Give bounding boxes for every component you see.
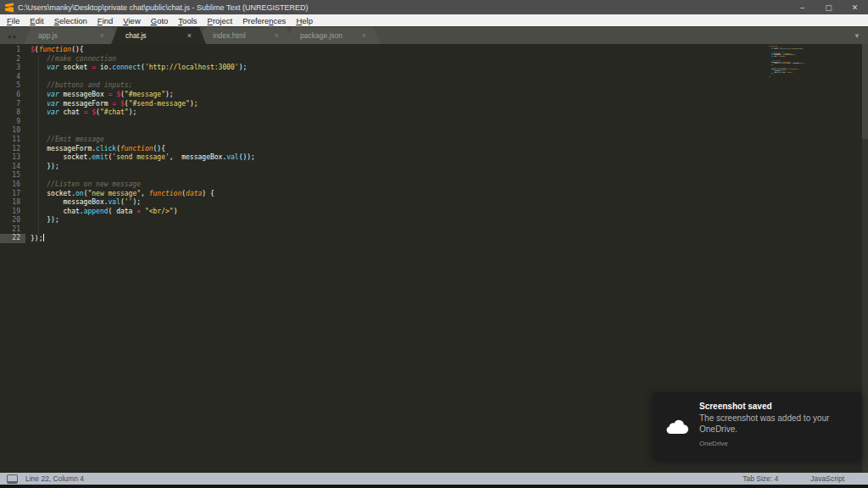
- minimap-line: });: [768, 76, 858, 78]
- code-text: });: [31, 216, 59, 225]
- menu-item-preferences[interactable]: Preferences: [237, 16, 291, 25]
- code-line[interactable]: 10: [0, 126, 862, 136]
- code-text: });: [31, 234, 44, 243]
- code-line[interactable]: 14 });: [0, 163, 862, 172]
- tab-chatjs[interactable]: chat.js×: [111, 27, 206, 44]
- line-number[interactable]: 15: [0, 171, 25, 180]
- code-text: });: [769, 64, 773, 66]
- menu-item-view[interactable]: View: [118, 16, 145, 25]
- code-line[interactable]: 17 socket.on("new message", function(dat…: [0, 190, 862, 199]
- menu-item-selection[interactable]: Selection: [49, 16, 92, 25]
- language-selector[interactable]: JavaScript: [810, 474, 844, 483]
- scrollbar-thumb[interactable]: [862, 44, 868, 139]
- notification-content: Screenshot saved The screenshot was adde…: [699, 392, 850, 459]
- code-line[interactable]: 21: [0, 225, 862, 235]
- code-line[interactable]: 1$(function(){: [0, 46, 862, 55]
- line-number[interactable]: 14: [0, 163, 25, 172]
- menu-item-find[interactable]: Find: [92, 16, 119, 25]
- code-line[interactable]: 7 var messageForm = $("#send-message");: [0, 100, 862, 109]
- code-line[interactable]: 19 chat.append( data + "<br/>"): [0, 208, 862, 217]
- code-text: chat.append( data + "<br/>"): [31, 208, 177, 217]
- tab-close-icon[interactable]: ×: [100, 31, 104, 40]
- code-text: $(function(){: [31, 46, 84, 55]
- tab-close-icon[interactable]: ×: [362, 31, 366, 40]
- code-line[interactable]: 15: [0, 171, 862, 180]
- code-line[interactable]: 20 });: [0, 216, 862, 225]
- menu-item-edit[interactable]: Edit: [25, 16, 48, 25]
- tab-close-icon[interactable]: ×: [275, 31, 279, 40]
- code-line[interactable]: 3 var socket = io.connect('http://localh…: [0, 64, 862, 73]
- notification-toast[interactable]: Screenshot saved The screenshot was adde…: [653, 392, 862, 459]
- code-line[interactable]: 2 //make connection: [0, 55, 862, 64]
- tab-label: chat.js: [125, 31, 147, 40]
- code-line[interactable]: 6 var messageBox = $("#message");: [0, 91, 862, 100]
- menu-item-help[interactable]: Help: [291, 16, 318, 25]
- close-button[interactable]: ✕: [842, 0, 868, 14]
- line-number[interactable]: 5: [0, 81, 25, 91]
- vertical-scrollbar[interactable]: [862, 44, 868, 473]
- line-number[interactable]: 17: [0, 190, 25, 199]
- code-text: messageForm.click(function(){: [31, 145, 165, 154]
- notification-body: The screenshot was added to your OneDriv…: [699, 413, 850, 435]
- line-number[interactable]: 4: [0, 73, 25, 82]
- code-line[interactable]: 8 var chat = $("#chat");: [0, 108, 862, 118]
- tab-scroll-right-icon[interactable]: ▶: [14, 33, 18, 39]
- code-line[interactable]: 11 //Emit message: [0, 136, 862, 145]
- tab-size-selector[interactable]: Tab Size: 4: [743, 474, 778, 483]
- status-bar: Line 22, Column 4 Tab Size: 4 JavaScript: [0, 473, 868, 485]
- maximize-button[interactable]: ▢: [815, 0, 842, 14]
- code-line[interactable]: 22});: [0, 234, 862, 243]
- code-area[interactable]: 1$(function(){2 //make connection3 var s…: [0, 46, 862, 243]
- code-text: socket.on("new message", function(data) …: [31, 190, 214, 199]
- tab-packagejson[interactable]: package.json×: [286, 27, 381, 44]
- tab-appjs[interactable]: app.js×: [24, 27, 119, 44]
- line-number[interactable]: 11: [0, 136, 25, 145]
- code-text: messageBox.val('');: [31, 198, 141, 208]
- tab-scroll-buttons: ◀ ▶: [0, 27, 24, 44]
- code-text: var chat = $("#chat");: [31, 108, 136, 118]
- minimap[interactable]: $(function(){ //make connection var sock…: [768, 46, 860, 122]
- line-number[interactable]: 13: [0, 153, 25, 163]
- tab-bar: ◀ ▶ app.js×chat.js×index.html×package.js…: [0, 26, 868, 44]
- line-number[interactable]: 2: [0, 55, 25, 64]
- minimap-content: $(function(){ //make connection var sock…: [768, 46, 858, 77]
- line-number[interactable]: 7: [0, 100, 25, 109]
- code-line[interactable]: 18 messageBox.val('');: [0, 198, 862, 208]
- onedrive-cloud-icon: [653, 392, 699, 459]
- line-number[interactable]: 8: [0, 108, 25, 118]
- line-number[interactable]: 20: [0, 216, 25, 225]
- code-line[interactable]: 12 messageForm.click(function(){: [0, 145, 862, 154]
- menu-item-project[interactable]: Project: [203, 16, 238, 25]
- tab-indexhtml[interactable]: index.html×: [198, 27, 293, 44]
- tab-overflow-icon[interactable]: ▼: [854, 33, 860, 40]
- line-number[interactable]: 10: [0, 126, 25, 136]
- line-number[interactable]: 21: [0, 225, 25, 235]
- tab-scroll-left-icon[interactable]: ◀: [7, 33, 11, 39]
- minimize-button[interactable]: –: [789, 0, 815, 14]
- line-number[interactable]: 22: [0, 234, 25, 243]
- notification-source: OneDrive: [699, 440, 850, 447]
- code-text: });: [769, 76, 771, 78]
- line-number[interactable]: 9: [0, 118, 25, 127]
- code-line[interactable]: 9: [0, 118, 862, 127]
- menu-item-tools[interactable]: Tools: [173, 16, 202, 25]
- code-line[interactable]: 13 socket.emit('send message', messageBo…: [0, 153, 862, 163]
- tab-label: app.js: [38, 31, 58, 40]
- code-line[interactable]: 16 //Listen on new message: [0, 180, 862, 190]
- line-number[interactable]: 3: [0, 64, 25, 73]
- menu-item-file[interactable]: File: [2, 16, 25, 25]
- line-number[interactable]: 19: [0, 208, 25, 217]
- code-line[interactable]: 4: [0, 73, 862, 82]
- menu-item-goto[interactable]: Goto: [146, 16, 174, 25]
- line-number[interactable]: 6: [0, 91, 25, 100]
- tab-close-icon[interactable]: ×: [187, 31, 192, 40]
- code-text: var socket = io.connect('http://localhos…: [769, 48, 804, 50]
- line-number[interactable]: 12: [0, 145, 25, 154]
- code-text: var messageForm = $("#send-message");: [31, 100, 198, 109]
- tab-label: index.html: [213, 31, 246, 40]
- code-line[interactable]: 5 //buttons and inputs;: [0, 81, 862, 91]
- line-number[interactable]: 1: [0, 46, 25, 55]
- line-number[interactable]: 18: [0, 198, 25, 208]
- code-text: socket.emit('send message', messageBox.v…: [769, 63, 804, 64]
- line-number[interactable]: 16: [0, 180, 25, 190]
